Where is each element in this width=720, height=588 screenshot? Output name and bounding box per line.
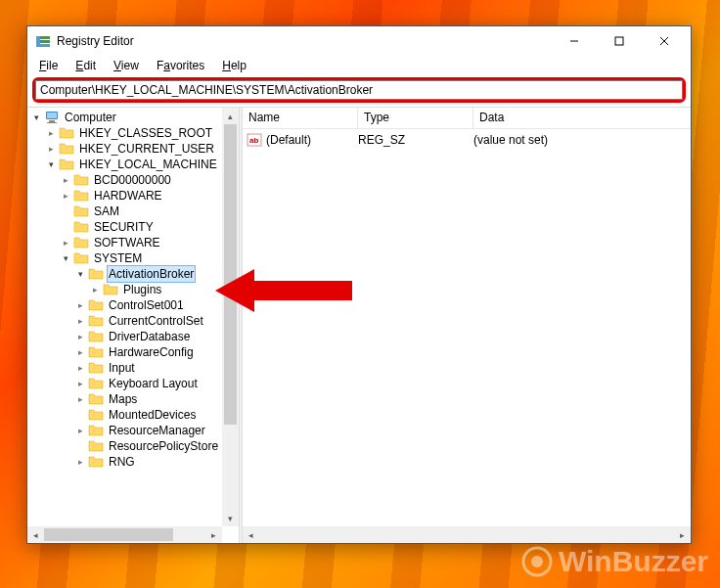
value-row[interactable]: ab (Default) REG_SZ (value not set) xyxy=(243,131,691,148)
tree-node[interactable]: ▸Input xyxy=(29,360,239,376)
scroll-right-icon[interactable]: ▸ xyxy=(674,526,691,543)
tree-node[interactable]: MountedDevices xyxy=(29,407,239,423)
expand-toggle[interactable]: ▸ xyxy=(73,314,87,328)
expand-toggle[interactable]: ▸ xyxy=(44,126,58,140)
string-value-icon: ab xyxy=(247,132,262,148)
expand-toggle[interactable]: ▸ xyxy=(73,345,87,359)
tree-horizontal-scrollbar[interactable]: ◂▸ xyxy=(27,526,222,543)
expand-toggle[interactable]: ▸ xyxy=(59,236,72,249)
tree-node[interactable]: ▸RNG xyxy=(29,454,239,470)
tree-node[interactable]: ▸CurrentControlSet xyxy=(29,313,239,329)
values-pane: Name Type Data ab (Default) REG_SZ (valu… xyxy=(243,108,691,543)
folder-icon xyxy=(88,313,104,329)
tree-node[interactable]: ▸BCD00000000 xyxy=(29,172,239,188)
scroll-left-icon[interactable]: ◂ xyxy=(27,526,44,543)
tree-node-plugins[interactable]: ▸Plugins xyxy=(29,282,239,297)
list-header: Name Type Data xyxy=(243,108,691,129)
folder-icon xyxy=(88,344,104,360)
scroll-right-icon[interactable]: ▸ xyxy=(205,526,222,543)
tree-node-hkcu[interactable]: ▸HKEY_CURRENT_USER xyxy=(29,141,239,157)
folder-icon xyxy=(73,219,89,235)
expand-toggle[interactable]: ▸ xyxy=(73,330,87,343)
expand-toggle[interactable]: ▸ xyxy=(88,283,102,296)
value-data: (value not set) xyxy=(473,133,687,147)
folder-icon xyxy=(88,360,104,376)
tree-node[interactable]: ▸Keyboard Layout xyxy=(29,376,239,391)
expand-toggle[interactable]: ▸ xyxy=(73,361,87,375)
value-type: REG_SZ xyxy=(358,133,473,147)
svg-rect-9 xyxy=(47,113,57,118)
column-type[interactable]: Type xyxy=(358,108,473,128)
folder-icon xyxy=(88,407,104,423)
expand-toggle[interactable]: ▸ xyxy=(59,189,72,203)
svg-rect-3 xyxy=(36,36,40,47)
registry-editor-window: Registry Editor File Edit View Favorites… xyxy=(26,25,692,544)
folder-icon xyxy=(88,266,104,282)
tree-vertical-scrollbar[interactable]: ▴▾ xyxy=(222,108,239,526)
tree-node[interactable]: SAM xyxy=(29,204,239,219)
tree-pane: ▾ Computer ▸HKEY_CLASSES_ROOT ▸HKEY_CURR… xyxy=(27,108,239,543)
scroll-up-icon[interactable]: ▴ xyxy=(222,108,239,124)
list-horizontal-scrollbar[interactable]: ◂▸ xyxy=(243,526,691,543)
folder-icon xyxy=(73,235,89,250)
expand-toggle[interactable]: ▸ xyxy=(73,455,87,469)
computer-icon xyxy=(44,110,60,125)
tree-node-computer[interactable]: ▾ Computer xyxy=(29,110,239,125)
folder-icon xyxy=(88,391,104,407)
tree-node-system[interactable]: ▾SYSTEM xyxy=(29,250,239,266)
window-title: Registry Editor xyxy=(57,34,552,48)
menubar: File Edit View Favorites Help xyxy=(27,56,691,75)
expand-toggle[interactable]: ▸ xyxy=(44,142,58,156)
address-highlight-annotation xyxy=(32,77,686,103)
folder-icon xyxy=(88,423,104,438)
menu-view[interactable]: View xyxy=(106,57,147,74)
svg-rect-11 xyxy=(47,122,57,123)
expand-toggle[interactable]: ▸ xyxy=(73,377,87,390)
svg-rect-10 xyxy=(49,120,55,122)
folder-icon xyxy=(59,141,74,157)
folder-icon xyxy=(73,204,89,219)
tree-node[interactable]: ▸DriverDatabase xyxy=(29,329,239,344)
folder-icon xyxy=(103,282,118,297)
address-bar[interactable] xyxy=(35,80,683,100)
menu-edit[interactable]: Edit xyxy=(68,57,104,74)
tree-node[interactable]: ▸Maps xyxy=(29,391,239,407)
tree-node-hkcr[interactable]: ▸HKEY_CLASSES_ROOT xyxy=(29,125,239,141)
folder-icon xyxy=(88,297,104,313)
tree-node[interactable]: SECURITY xyxy=(29,219,239,235)
maximize-button[interactable] xyxy=(597,26,642,56)
expand-toggle[interactable]: ▸ xyxy=(73,424,87,437)
expand-toggle[interactable]: ▾ xyxy=(44,158,58,171)
folder-icon xyxy=(88,329,104,344)
svg-rect-5 xyxy=(615,37,623,45)
tree-node[interactable]: ▸HARDWARE xyxy=(29,188,239,204)
close-button[interactable] xyxy=(642,26,687,56)
expand-toggle[interactable]: ▸ xyxy=(59,173,72,187)
tree-node-hklm[interactable]: ▾HKEY_LOCAL_MACHINE xyxy=(29,157,239,172)
menu-file[interactable]: File xyxy=(31,57,66,74)
tree-node[interactable]: ▸ControlSet001 xyxy=(29,297,239,313)
scroll-left-icon[interactable]: ◂ xyxy=(243,526,259,543)
menu-help[interactable]: Help xyxy=(214,57,254,74)
expand-toggle[interactable]: ▸ xyxy=(73,298,87,312)
expand-toggle[interactable]: ▸ xyxy=(73,392,87,406)
folder-icon xyxy=(59,157,74,172)
tree-node-activationbroker[interactable]: ▾ActivationBroker xyxy=(29,266,239,282)
expand-toggle[interactable]: ▾ xyxy=(73,267,87,281)
tree-node[interactable]: ▸SOFTWARE xyxy=(29,235,239,250)
folder-icon xyxy=(59,125,74,141)
expand-toggle[interactable]: ▾ xyxy=(29,111,43,124)
tree-node[interactable]: ▸ResourceManager xyxy=(29,423,239,438)
scroll-down-icon[interactable]: ▾ xyxy=(222,510,239,526)
column-data[interactable]: Data xyxy=(473,108,691,128)
column-name[interactable]: Name xyxy=(243,108,358,128)
tree-node[interactable]: ResourcePolicyStore xyxy=(29,438,239,454)
tree-node[interactable]: ▸HardwareConfig xyxy=(29,344,239,360)
expand-toggle[interactable]: ▾ xyxy=(59,251,72,265)
menu-favorites[interactable]: Favorites xyxy=(149,57,212,74)
folder-icon xyxy=(88,438,104,454)
svg-text:ab: ab xyxy=(249,136,258,145)
folder-icon xyxy=(88,454,104,470)
titlebar[interactable]: Registry Editor xyxy=(27,26,691,56)
minimize-button[interactable] xyxy=(552,26,597,56)
